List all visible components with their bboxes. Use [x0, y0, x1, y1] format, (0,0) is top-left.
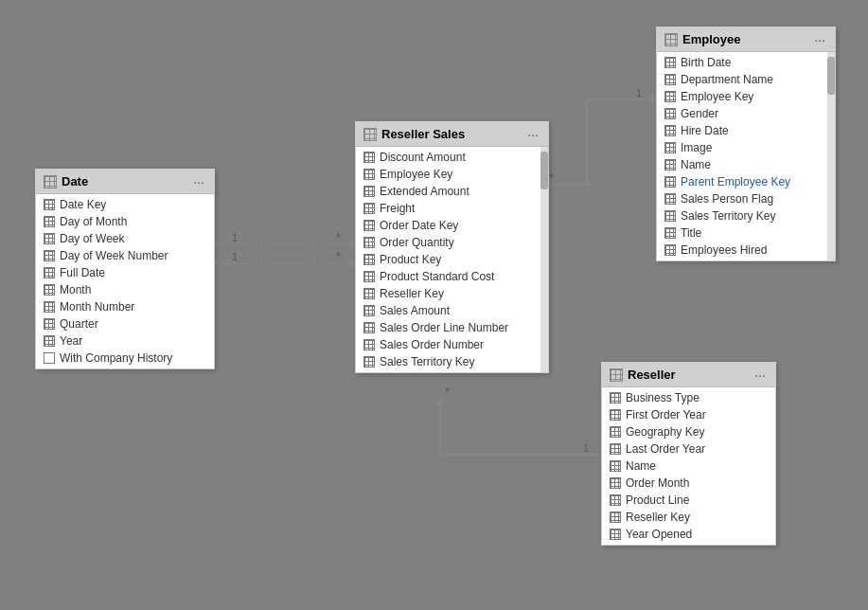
field-label: Product Line — [626, 493, 689, 507]
field-label: Extended Amount — [380, 185, 469, 198]
field-icon — [363, 356, 375, 368]
field-icon — [363, 169, 375, 180]
field-label: With Company History — [60, 351, 172, 365]
field-icon — [363, 254, 375, 265]
field-label: Gender — [681, 107, 718, 120]
table-row: Birth Date — [657, 54, 835, 71]
field-icon — [363, 322, 375, 333]
reseller-sales-table-icon — [363, 128, 377, 141]
table-row: With Company History — [36, 350, 214, 367]
field-label: Title — [681, 226, 701, 240]
field-label: Employees Hired — [681, 243, 767, 257]
field-label: Day of Week — [60, 232, 124, 245]
field-icon — [610, 426, 621, 438]
field-label: Image — [681, 141, 712, 154]
field-label: Geography Key — [626, 425, 704, 439]
table-row: Freight — [356, 200, 548, 217]
table-row: Gender — [657, 105, 835, 122]
field-label: Birth Date — [681, 56, 731, 69]
field-label: Order Date Key — [380, 219, 458, 232]
field-icon — [44, 250, 55, 261]
table-row: Name — [602, 458, 775, 475]
field-label: Sales Amount — [380, 304, 450, 317]
table-row: Reseller Key — [602, 509, 775, 526]
table-row: Geography Key — [602, 423, 775, 440]
table-row: Order Month — [602, 475, 775, 492]
field-icon — [664, 125, 676, 136]
field-icon — [664, 108, 676, 119]
field-label: Product Key — [380, 253, 441, 266]
field-icon — [610, 477, 621, 489]
reseller-sales-table-header: Reseller Sales ··· — [356, 122, 548, 147]
field-icon — [363, 203, 375, 214]
field-label: Sales Territory Key — [681, 209, 775, 223]
field-icon — [664, 74, 676, 85]
field-label: Sales Person Flag — [681, 192, 773, 206]
reseller-table-header: Reseller ··· — [602, 363, 775, 387]
field-label: Quarter — [60, 317, 98, 331]
table-row: Employee Key — [657, 88, 835, 105]
table-row: Date Key — [36, 196, 214, 213]
date-table-icon — [44, 175, 57, 188]
table-row: Day of Month — [36, 213, 214, 230]
svg-text:1: 1 — [232, 232, 238, 243]
field-icon — [664, 176, 676, 188]
field-label: Order Month — [626, 476, 689, 490]
table-row: Full Date — [36, 264, 214, 281]
field-label: Freight — [380, 202, 415, 215]
field-label: Product Standard Cost — [380, 270, 494, 283]
table-row: Order Quantity — [356, 234, 548, 251]
table-row: Sales Person Flag — [657, 190, 835, 207]
field-label: Day of Week Number — [60, 249, 168, 262]
field-icon — [664, 244, 676, 256]
field-label: Reseller Key — [626, 511, 690, 524]
table-row: Sales Territory Key — [657, 207, 835, 224]
employee-table-body: Birth Date Department Name Employee Key … — [657, 52, 835, 260]
field-icon — [44, 301, 55, 313]
field-label: Year Opened — [626, 528, 692, 541]
table-row: Extended Amount — [356, 183, 548, 200]
reseller-sales-table-menu-button[interactable]: ··· — [525, 128, 540, 141]
field-icon — [664, 57, 676, 68]
reseller-sales-table-title: Reseller Sales — [381, 127, 465, 141]
employee-table-menu-button[interactable]: ··· — [812, 33, 827, 46]
field-label: Department Name — [681, 73, 773, 86]
field-label: Date Key — [60, 198, 106, 211]
field-label: Name — [626, 459, 656, 473]
employee-table-header: Employee ··· — [657, 27, 835, 52]
date-table-body: Date Key Day of Month Day of Week Day of… — [36, 194, 214, 368]
reseller-table-title: Reseller — [628, 368, 676, 382]
field-label: Sales Order Number — [380, 338, 484, 351]
svg-text:*: * — [336, 230, 341, 244]
table-row: Hire Date — [657, 122, 835, 139]
field-icon — [44, 233, 55, 244]
svg-marker-13 — [435, 398, 445, 404]
field-icon — [44, 284, 55, 296]
table-row: Sales Territory Key — [356, 353, 548, 370]
table-row: Parent Employee Key — [657, 173, 835, 190]
field-icon — [363, 271, 375, 282]
field-label: Reseller Key — [380, 287, 444, 300]
table-row: Day of Week — [36, 230, 214, 247]
table-row: Month — [36, 281, 214, 298]
reseller-table-menu-button[interactable]: ··· — [753, 368, 768, 382]
date-table-header: Date ··· — [36, 170, 214, 194]
table-row: Reseller Key — [356, 285, 548, 302]
table-row: Sales Order Number — [356, 336, 548, 353]
svg-text:1: 1 — [583, 442, 589, 454]
table-row: Sales Order Line Number — [356, 319, 548, 336]
field-label: Month Number — [60, 300, 134, 314]
table-row: Employee Key — [356, 166, 548, 183]
date-table-menu-button[interactable]: ··· — [191, 175, 206, 188]
field-icon — [664, 193, 676, 205]
employee-table: Employee ··· Birth Date Department Name … — [656, 27, 836, 261]
field-icon — [44, 267, 55, 278]
field-icon — [363, 237, 375, 248]
field-label: Employee Key — [380, 168, 452, 181]
table-row: First Order Year — [602, 406, 775, 423]
field-label: Sales Order Line Number — [380, 321, 508, 334]
field-icon — [664, 142, 676, 153]
table-row: Day of Week Number — [36, 247, 214, 264]
table-row: Discount Amount — [356, 149, 548, 166]
table-row: Business Type — [602, 389, 775, 406]
